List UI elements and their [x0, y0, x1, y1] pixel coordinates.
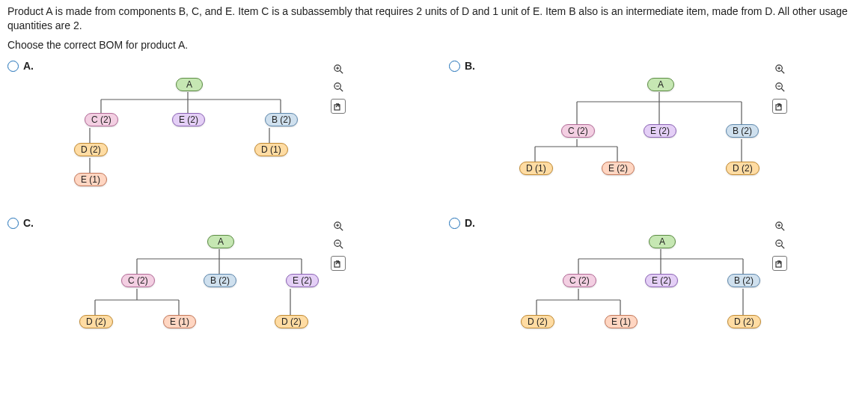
- svg-line-35: [340, 228, 343, 231]
- option-b-label: B.: [465, 60, 475, 72]
- svg-line-53: [781, 228, 784, 231]
- node-d2: D (2): [74, 143, 108, 156]
- popout-icon[interactable]: [331, 99, 346, 114]
- node-b2: B (2): [265, 113, 298, 126]
- option-c-diagram: A C (2) B (2) E (2) D (2) E (1) D (2): [49, 229, 326, 364]
- popout-icon[interactable]: [772, 256, 787, 271]
- node-d2b: D (2): [727, 315, 761, 328]
- svg-line-57: [781, 246, 784, 249]
- zoom-in-icon[interactable]: [773, 220, 786, 233]
- popout-icon[interactable]: [772, 99, 787, 114]
- zoom-in-icon[interactable]: [773, 63, 786, 76]
- node-c2: C (2): [561, 124, 595, 138]
- option-b-tools: [772, 63, 787, 114]
- node-c2: C (2): [85, 113, 118, 126]
- option-d-tools: [772, 220, 787, 271]
- zoom-out-icon[interactable]: [331, 81, 345, 94]
- node-e1: E (1): [163, 315, 196, 328]
- zoom-out-icon[interactable]: [331, 238, 345, 251]
- option-d-label: D.: [465, 217, 475, 229]
- svg-line-39: [340, 246, 343, 249]
- options-area: A.: [0, 58, 868, 388]
- question-statement: Product A is made from components B, C, …: [0, 0, 868, 36]
- option-a-diagram: A C (2) E (2) B (2) D (2) D (1) E (1): [49, 72, 326, 206]
- radio-c[interactable]: [7, 218, 19, 229]
- node-a: A: [649, 235, 676, 248]
- option-b-header[interactable]: B.: [449, 60, 475, 72]
- node-e2b: E (2): [602, 162, 635, 175]
- popout-icon[interactable]: [331, 256, 346, 271]
- question-prompt: Choose the correct BOM for product A.: [0, 36, 868, 58]
- node-d2: D (2): [79, 315, 113, 328]
- option-b-diagram: A C (2) E (2) B (2) D (1) E (2) D (2): [490, 72, 767, 206]
- option-d: D.: [449, 215, 868, 373]
- svg-line-21: [781, 89, 784, 92]
- node-b2: B (2): [727, 274, 760, 287]
- node-e1: E (1): [74, 173, 107, 186]
- radio-b[interactable]: [449, 61, 460, 72]
- option-a-label: A.: [23, 60, 34, 72]
- node-d1: D (1): [519, 162, 553, 175]
- svg-line-17: [781, 71, 784, 74]
- node-b2: B (2): [726, 124, 759, 138]
- option-c-header[interactable]: C.: [7, 217, 34, 229]
- node-d1: D (1): [254, 143, 288, 156]
- option-a-tools: [331, 63, 346, 114]
- svg-line-1: [340, 71, 343, 74]
- option-a: A.: [7, 58, 427, 215]
- node-d2: D (2): [521, 315, 554, 328]
- node-e2: E (2): [172, 113, 205, 126]
- node-d2b: D (2): [275, 315, 308, 328]
- zoom-out-icon[interactable]: [773, 81, 786, 94]
- option-c: C.: [7, 215, 427, 373]
- radio-d[interactable]: [449, 218, 460, 229]
- option-c-label: C.: [23, 217, 34, 229]
- node-e2: E (2): [645, 274, 678, 287]
- radio-a[interactable]: [7, 61, 19, 72]
- node-e1: E (1): [605, 315, 638, 328]
- node-b2: B (2): [204, 274, 236, 287]
- zoom-out-icon[interactable]: [773, 238, 786, 251]
- node-a: A: [176, 78, 203, 91]
- option-d-header[interactable]: D.: [449, 217, 475, 229]
- node-c2: C (2): [563, 274, 596, 287]
- node-e2: E (2): [286, 274, 319, 287]
- zoom-in-icon[interactable]: [331, 220, 345, 233]
- option-d-diagram: A C (2) E (2) B (2) D (2) E (1) D (2): [490, 229, 767, 364]
- node-a: A: [207, 235, 234, 248]
- node-e2: E (2): [644, 124, 676, 138]
- node-a: A: [647, 78, 674, 91]
- node-d2: D (2): [726, 162, 760, 175]
- node-c2: C (2): [121, 274, 155, 287]
- option-a-header[interactable]: A.: [7, 60, 34, 72]
- option-b: B.: [449, 58, 868, 215]
- svg-line-5: [340, 89, 343, 92]
- option-c-tools: [331, 220, 346, 271]
- zoom-in-icon[interactable]: [331, 63, 345, 76]
